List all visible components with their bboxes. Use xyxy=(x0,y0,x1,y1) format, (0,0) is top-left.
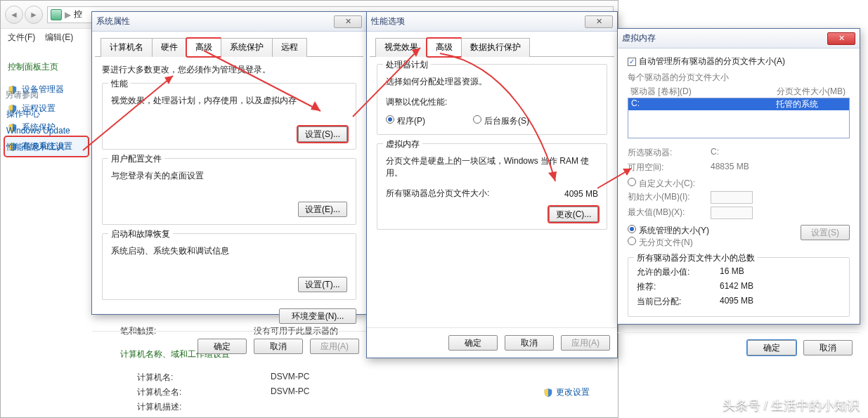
footer-link-windows-update[interactable]: Windows Update xyxy=(5,123,72,138)
titlebar[interactable]: 虚拟内存 ✕ xyxy=(618,29,860,48)
tab-pane: 处理器计划 选择如何分配处理器资源。 调整以优化性能: 程序(P) 后台服务(S… xyxy=(367,57,617,245)
cmp-full-label: 计算机全名: xyxy=(137,386,228,398)
titlebar[interactable]: 系统属性 ✕ xyxy=(92,12,366,32)
auto-manage-check[interactable]: ✓自动管理所有驱动器的分页文件大小(A) xyxy=(628,55,850,67)
ok-button[interactable]: 确定 xyxy=(747,340,796,355)
apply-button[interactable]: 应用(A) xyxy=(561,335,610,351)
tabs: 计算机名 硬件 高级 系统保护 远程 xyxy=(95,32,363,57)
rec-val: 6142 MB xyxy=(720,281,753,293)
col-size: 分页文件大小(MB) xyxy=(777,86,847,98)
row-val: 托管的系统 xyxy=(776,98,846,110)
adjust-label: 调整以优化性能: xyxy=(386,96,598,108)
tab-dep[interactable]: 数据执行保护 xyxy=(461,38,530,57)
group-title: 虚拟内存 xyxy=(383,138,422,150)
apply-button[interactable]: 应用(A) xyxy=(310,339,359,354)
cur-val: 4095 MB xyxy=(720,296,753,308)
menu-file[interactable]: 文件(F) xyxy=(8,32,35,44)
radio-icon xyxy=(386,115,394,124)
menu-edit[interactable]: 编辑(E) xyxy=(45,32,73,44)
group-desc: 选择如何分配处理器资源。 xyxy=(386,76,598,88)
ok-button[interactable]: 确定 xyxy=(197,339,247,354)
radio-custom: 自定义大小(C): xyxy=(628,178,695,188)
radio-programs[interactable]: 程序(P) xyxy=(386,115,425,127)
group-title: 所有驱动器分页文件大小的总数 xyxy=(634,252,758,264)
sel-drive-label: 所选驱动器: xyxy=(628,147,705,159)
radio-system: 系统管理的大小(Y) xyxy=(628,225,801,237)
system-properties-window: 系统属性 ✕ 计算机名 硬件 高级 系统保护 远程 要进行大多数更改，您必须作为… xyxy=(91,11,367,315)
drive-list[interactable]: C: 托管的系统 xyxy=(628,98,850,138)
group-desc: 分页文件是硬盘上的一块区域，Windows 当作 RAM 使用。 xyxy=(386,155,598,179)
rec-label: 推荐: xyxy=(637,281,714,293)
ok-button[interactable]: 确定 xyxy=(448,335,498,351)
auto-label: 自动管理所有驱动器的分页文件大小(A) xyxy=(639,56,785,66)
custom-label: 自定义大小(C): xyxy=(639,178,695,188)
tab-advanced[interactable]: 高级 xyxy=(186,38,221,57)
title-text: 虚拟内存 xyxy=(622,32,656,44)
group-desc: 系统启动、系统失败和调试信息 xyxy=(111,245,347,257)
nav-back-button[interactable]: ◄ xyxy=(5,6,23,24)
control-panel-sidebar: 控制面板主页 设备管理器 远程设置 系统保护 高级系统设置 另请参阅 操作中心 … xyxy=(1,50,92,163)
change-settings-link[interactable]: 更改设置 xyxy=(543,370,590,414)
change-settings-label: 更改设置 xyxy=(556,386,590,398)
watermark-text: 头条号 / 生活中的小知识 xyxy=(723,397,860,414)
col-drive: 驱动器 [卷标](D) xyxy=(630,86,777,98)
nav-fwd-button[interactable]: ► xyxy=(25,6,43,24)
list-row[interactable]: C: 托管的系统 xyxy=(628,98,849,110)
radio-icon xyxy=(628,237,636,245)
cancel-button[interactable]: 取消 xyxy=(803,340,853,355)
max-label: 最大值(MB)(X): xyxy=(628,207,705,219)
close-button[interactable]: ✕ xyxy=(334,15,362,28)
title-text: 性能选项 xyxy=(371,15,405,27)
titlebar[interactable]: 性能选项 ✕ xyxy=(367,12,617,32)
dialog-footer: 确定 取消 应用(A) xyxy=(367,327,617,358)
dialog-footer: 确定 取消 xyxy=(618,332,860,363)
init-input xyxy=(711,191,753,204)
group-title: 性能 xyxy=(108,78,131,90)
free-val: 48835 MB xyxy=(711,162,749,174)
tab-advanced[interactable]: 高级 xyxy=(427,38,462,57)
radio-icon xyxy=(473,115,481,124)
cancel-button[interactable]: 取消 xyxy=(254,339,303,354)
perf-settings-button[interactable]: 设置(S)... xyxy=(298,126,347,142)
startup-settings-button[interactable]: 设置(T)... xyxy=(298,277,347,292)
close-button[interactable]: ✕ xyxy=(585,15,613,28)
virtual-memory-window: 虚拟内存 ✕ ✓自动管理所有驱动器的分页文件大小(A) 每个驱动器的分页文件大小… xyxy=(617,28,860,325)
close-button[interactable]: ✕ xyxy=(827,32,855,45)
min-label: 允许的最小值: xyxy=(637,266,714,278)
virtual-memory-group: 虚拟内存 分页文件是硬盘上的一块区域，Windows 当作 RAM 使用。 所有… xyxy=(377,143,607,230)
breadcrumb-separator: ▶ xyxy=(65,10,71,20)
admin-info: 要进行大多数更改，您必须作为管理员登录。 xyxy=(102,64,356,76)
sidebar-footer-title: 另请参阅 xyxy=(5,89,72,101)
footer-link-perf-info[interactable]: 性能信息和工具 xyxy=(5,138,72,156)
tab-remote[interactable]: 远程 xyxy=(272,38,307,57)
footer-link-action-center[interactable]: 操作中心 xyxy=(5,105,72,123)
vm-pane: ✓自动管理所有驱动器的分页文件大小(A) 每个驱动器的分页文件大小 驱动器 [卷… xyxy=(618,48,860,332)
radio-background[interactable]: 后台服务(S) xyxy=(473,115,529,127)
tab-protection[interactable]: 系统保护 xyxy=(221,38,273,57)
shield-icon xyxy=(543,388,553,398)
checkbox-icon: ✓ xyxy=(628,58,636,66)
tab-computer-name[interactable]: 计算机名 xyxy=(101,38,153,57)
sidebar-title[interactable]: 控制面板主页 xyxy=(5,57,88,80)
processor-group: 处理器计划 选择如何分配处理器资源。 调整以优化性能: 程序(P) 后台服务(S… xyxy=(377,64,607,135)
performance-group: 性能 视觉效果，处理器计划，内存使用，以及虚拟内存 设置(S)... xyxy=(102,83,356,150)
tab-hardware[interactable]: 硬件 xyxy=(152,38,187,57)
group-title: 用户配置文件 xyxy=(108,153,164,165)
group-title: 处理器计划 xyxy=(383,59,431,71)
list-header: 驱动器 [卷标](D) 分页文件大小(MB) xyxy=(628,86,850,98)
tab-visual-effects[interactable]: 视觉效果 xyxy=(375,38,427,57)
cancel-button[interactable]: 取消 xyxy=(505,335,554,351)
max-input xyxy=(711,207,753,219)
sidebar-footer: 另请参阅 操作中心 Windows Update 性能信息和工具 xyxy=(5,89,72,156)
sys-label: 系统管理的大小(Y) xyxy=(639,226,709,235)
env-vars-button[interactable]: 环境变量(N)... xyxy=(279,308,356,324)
sel-drive-val: C: xyxy=(711,147,719,159)
user-profile-group: 用户配置文件 与您登录有关的桌面设置 设置(E)... xyxy=(102,158,356,225)
cur-label: 当前已分配: xyxy=(637,296,714,308)
min-val: 16 MB xyxy=(720,266,744,278)
total-label: 所有驱动器总分页文件大小: xyxy=(386,188,489,200)
nav-buttons: ◄ ► xyxy=(5,6,43,24)
profile-settings-button[interactable]: 设置(E)... xyxy=(298,202,347,217)
change-button[interactable]: 更改(C)... xyxy=(549,207,598,222)
address-text: 控 xyxy=(74,8,82,20)
